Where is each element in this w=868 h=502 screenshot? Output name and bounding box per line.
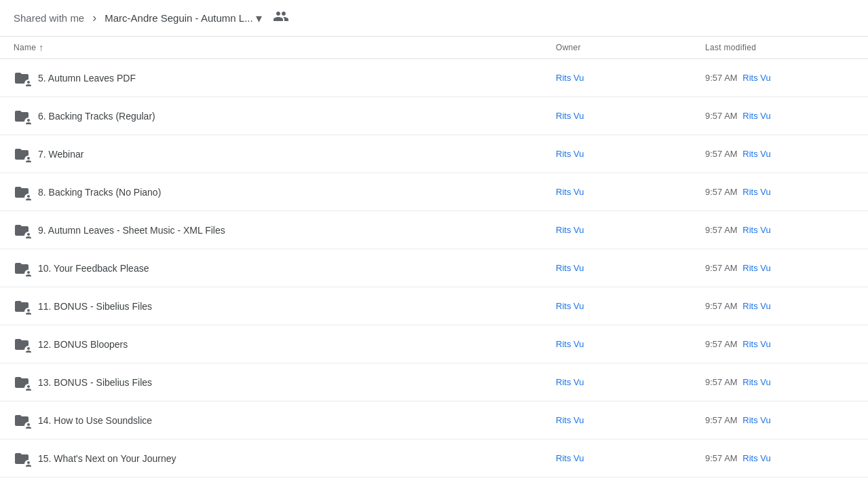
shared-badge	[24, 194, 33, 202]
modified-time: 9:57 AM	[705, 73, 738, 83]
folder-icon-cell	[14, 108, 30, 124]
modified-user[interactable]: Rits Vu	[742, 339, 770, 349]
shared-badge	[24, 460, 33, 468]
shared-badge	[24, 118, 33, 126]
modified-time: 9:57 AM	[705, 225, 738, 235]
owner-cell[interactable]: Rits Vu	[556, 73, 705, 83]
modified-cell: 9:57 AM Rits Vu	[705, 377, 854, 387]
folder-shared-icon	[14, 298, 30, 315]
modified-cell: 9:57 AM Rits Vu	[705, 187, 854, 197]
file-name: 9. Autumn Leaves - Sheet Music - XML Fil…	[38, 225, 556, 236]
shared-badge	[24, 232, 33, 240]
table-row[interactable]: 12. BONUS Bloopers Rits Vu 9:57 AM Rits …	[0, 325, 868, 363]
folder-icon-cell	[14, 412, 30, 429]
modified-user[interactable]: Rits Vu	[742, 415, 770, 425]
modified-time: 9:57 AM	[705, 415, 738, 425]
table-row[interactable]: 6. Backing Tracks (Regular) Rits Vu 9:57…	[0, 97, 868, 135]
folder-icon-cell	[14, 298, 30, 315]
owner-cell[interactable]: Rits Vu	[556, 149, 705, 159]
column-owner-header: Owner	[556, 43, 705, 52]
breadcrumb-separator: ›	[92, 11, 96, 25]
shared-badge	[24, 346, 33, 354]
file-name: 15. What's Next on Your Journey	[38, 453, 556, 464]
table-row[interactable]: 15. What's Next on Your Journey Rits Vu …	[0, 440, 868, 478]
shared-people-icon[interactable]	[273, 8, 289, 28]
breadcrumb-folder-name[interactable]: Marc-Andre Seguin - Autumn L...	[105, 12, 252, 24]
folder-shared-icon	[14, 412, 30, 429]
owner-cell[interactable]: Rits Vu	[556, 453, 705, 463]
modified-user[interactable]: Rits Vu	[742, 263, 770, 273]
file-name: 12. BONUS Bloopers	[38, 339, 556, 350]
folder-shared-icon	[14, 450, 30, 467]
shared-badge	[24, 422, 33, 430]
breadcrumb-shared-with-me[interactable]: Shared with me	[14, 12, 84, 24]
owner-cell[interactable]: Rits Vu	[556, 263, 705, 273]
table-row[interactable]: 10. Your Feedback Please Rits Vu 9:57 AM…	[0, 249, 868, 287]
modified-user[interactable]: Rits Vu	[742, 453, 770, 463]
modified-user[interactable]: Rits Vu	[742, 377, 770, 387]
folder-icon-cell	[14, 222, 30, 238]
file-name: 10. Your Feedback Please	[38, 263, 556, 274]
shared-badge	[24, 270, 33, 278]
column-name-header[interactable]: Name ↑	[14, 42, 556, 53]
shared-badge	[24, 79, 33, 88]
modified-cell: 9:57 AM Rits Vu	[705, 415, 854, 425]
sort-icon: ↑	[39, 42, 43, 53]
folder-shared-icon	[14, 336, 30, 353]
modified-time: 9:57 AM	[705, 377, 738, 387]
modified-user[interactable]: Rits Vu	[742, 225, 770, 235]
table-row[interactable]: 11. BONUS - Sibelius Files Rits Vu 9:57 …	[0, 287, 868, 325]
owner-cell[interactable]: Rits Vu	[556, 377, 705, 387]
modified-cell: 9:57 AM Rits Vu	[705, 225, 854, 235]
folder-icon-cell	[14, 70, 30, 86]
modified-time: 9:57 AM	[705, 339, 738, 349]
shared-badge	[24, 308, 33, 316]
table-row[interactable]: 7. Webinar Rits Vu 9:57 AM Rits Vu	[0, 135, 868, 173]
folder-icon-cell	[14, 450, 30, 467]
owner-cell[interactable]: Rits Vu	[556, 187, 705, 197]
table-row[interactable]: 13. BONUS - Sibelius Files Rits Vu 9:57 …	[0, 363, 868, 401]
file-name: 13. BONUS - Sibelius Files	[38, 377, 556, 388]
owner-cell[interactable]: Rits Vu	[556, 339, 705, 349]
file-name: 5. Autumn Leaves PDF	[38, 73, 556, 84]
modified-user[interactable]: Rits Vu	[742, 301, 770, 311]
modified-time: 9:57 AM	[705, 111, 738, 121]
modified-time: 9:57 AM	[705, 263, 738, 273]
owner-cell[interactable]: Rits Vu	[556, 225, 705, 235]
folder-icon-cell	[14, 146, 30, 162]
modified-cell: 9:57 AM Rits Vu	[705, 339, 854, 349]
owner-cell[interactable]: Rits Vu	[556, 111, 705, 121]
table-row[interactable]: 9. Autumn Leaves - Sheet Music - XML Fil…	[0, 211, 868, 249]
folder-shared-icon	[14, 260, 30, 276]
modified-time: 9:57 AM	[705, 187, 738, 197]
table-row[interactable]: 14. How to Use Soundslice Rits Vu 9:57 A…	[0, 401, 868, 440]
folder-shared-icon	[14, 146, 30, 162]
breadcrumb-dropdown-icon[interactable]: ▾	[256, 11, 262, 26]
file-name: 8. Backing Tracks (No Piano)	[38, 187, 556, 198]
folder-icon-cell	[14, 184, 30, 200]
modified-user[interactable]: Rits Vu	[742, 111, 770, 121]
file-name: 6. Backing Tracks (Regular)	[38, 111, 556, 122]
breadcrumb-current-folder: Marc-Andre Seguin - Autumn L... ▾	[105, 11, 261, 26]
modified-user[interactable]: Rits Vu	[742, 73, 770, 83]
modified-time: 9:57 AM	[705, 453, 738, 463]
owner-cell[interactable]: Rits Vu	[556, 415, 705, 425]
modified-cell: 9:57 AM Rits Vu	[705, 453, 854, 463]
shared-badge	[24, 156, 33, 164]
modified-cell: 9:57 AM Rits Vu	[705, 73, 854, 83]
folder-shared-icon	[14, 222, 30, 238]
column-modified-header: Last modified	[705, 43, 854, 52]
table-row[interactable]: 8. Backing Tracks (No Piano) Rits Vu 9:5…	[0, 173, 868, 211]
modified-user[interactable]: Rits Vu	[742, 149, 770, 159]
file-name: 14. How to Use Soundslice	[38, 415, 556, 426]
folder-shared-icon	[14, 108, 30, 124]
folder-shared-icon	[14, 70, 30, 86]
table-row[interactable]: 5. Autumn Leaves PDF Rits Vu 9:57 AM Rit…	[0, 59, 868, 97]
folder-icon-cell	[14, 336, 30, 353]
column-name-label: Name	[14, 43, 36, 52]
modified-time: 9:57 AM	[705, 149, 738, 159]
modified-cell: 9:57 AM Rits Vu	[705, 111, 854, 121]
owner-cell[interactable]: Rits Vu	[556, 301, 705, 311]
modified-time: 9:57 AM	[705, 301, 738, 311]
modified-user[interactable]: Rits Vu	[742, 187, 770, 197]
